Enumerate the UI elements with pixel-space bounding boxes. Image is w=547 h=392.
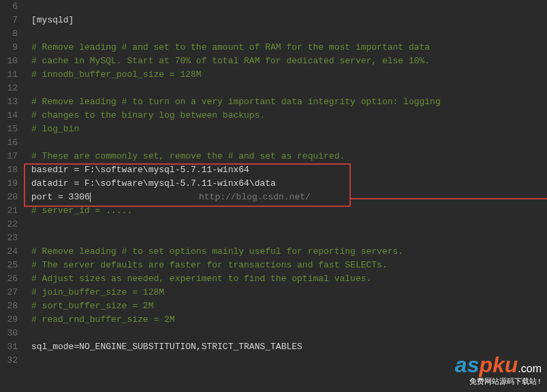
line-number: 16 [3,136,18,150]
code-line[interactable] [31,82,547,95]
line-number: 10 [3,54,18,68]
line-number: 28 [3,299,18,313]
line-number: 20 [3,191,18,204]
line-number: 26 [3,272,18,286]
code-line[interactable] [31,231,547,245]
code-line[interactable]: # changes to the binary log between back… [31,109,547,122]
line-number: 22 [3,218,18,231]
line-number: 32 [3,354,18,368]
code-line[interactable]: # The server defaults are faster for tra… [31,259,547,272]
text-cursor [90,193,91,202]
code-line[interactable] [31,327,547,340]
line-number: 31 [3,340,18,354]
code-line[interactable]: sql_mode=NO_ENGINE_SUBSTITUTION,STRICT_T… [31,340,547,354]
code-line[interactable]: # Adjust sizes as needed, experiment to … [31,272,547,286]
code-line[interactable]: [mysqld] [31,14,547,27]
code-line[interactable]: # innodb_buffer_pool_size = 128M [31,68,547,82]
code-line[interactable]: # join_buffer_size = 128M [31,286,547,299]
code-line[interactable] [31,218,547,231]
line-number: 9 [3,41,18,54]
code-line[interactable]: # Remove leading # to set options mainly… [31,245,547,259]
line-number: 27 [3,286,18,299]
code-area[interactable]: [mysqld] # Remove leading # and set to t… [23,0,547,392]
line-number: 8 [3,27,18,41]
code-editor[interactable]: 6 7 8 9 10 11 12 13 14 15 16 17 18 19 20… [0,0,547,392]
line-number: 25 [3,259,18,272]
code-line[interactable]: # log_bin [31,122,547,136]
line-number: 24 [3,245,18,259]
line-number-gutter: 6 7 8 9 10 11 12 13 14 15 16 17 18 19 20… [0,0,23,392]
code-line[interactable] [31,136,547,150]
code-line[interactable]: # cache in MySQL. Start at 70% of total … [31,54,547,68]
code-line[interactable] [31,27,547,41]
code-line[interactable]: # Remove leading # and set to the amount… [31,41,547,54]
line-number: 14 [3,109,18,122]
line-number: 17 [3,150,18,163]
line-number: 30 [3,327,18,340]
code-line[interactable]: basedir = F:\software\mysql-5.7.11-winx6… [31,163,547,177]
code-line[interactable]: # read_rnd_buffer_size = 2M [31,313,547,327]
line-number: 7 [3,14,18,27]
code-line[interactable]: # Remove leading # to turn on a very imp… [31,95,547,109]
code-line[interactable] [31,354,547,368]
line-number: 6 [3,0,18,14]
code-line[interactable]: # sort_buffer_size = 2M [31,299,547,313]
line-number: 21 [3,204,18,218]
line-number: 11 [3,68,18,82]
line-number: 13 [3,95,18,109]
line-number: 12 [3,82,18,95]
code-line[interactable]: datadir = F:\software\mysql-5.7.11-winx6… [31,177,547,191]
code-line[interactable]: # These are commonly set, remove the # a… [31,150,547,163]
code-line[interactable] [31,0,547,14]
line-number: 15 [3,122,18,136]
code-line[interactable]: port = 3306 [31,191,547,204]
line-number: 29 [3,313,18,327]
code-line[interactable]: # server_id = ..... [31,204,547,218]
line-number: 19 [3,177,18,191]
line-number: 23 [3,231,18,245]
line-number: 18 [3,163,18,177]
